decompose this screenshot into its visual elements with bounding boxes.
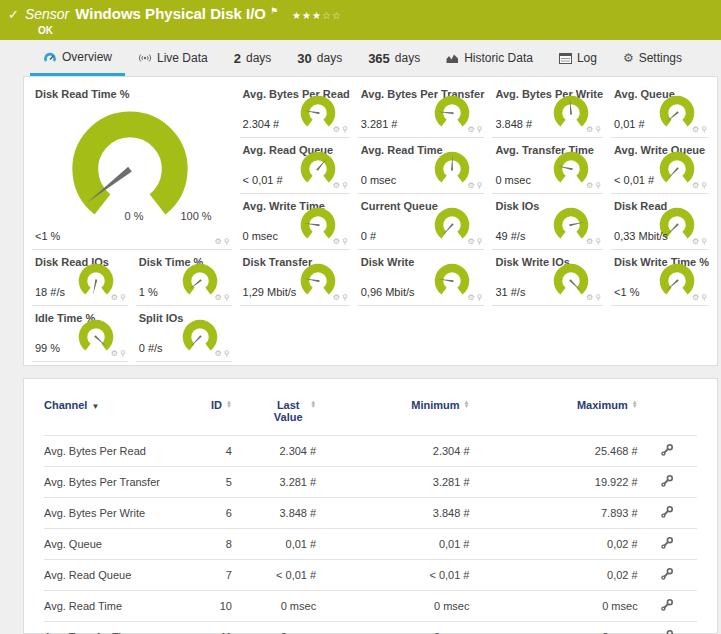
gauge-tile[interactable]: Disk Write IOs 31 #/s ⚙⚲: [492, 250, 603, 306]
tab-2-days[interactable]: 2 days: [221, 40, 285, 76]
tab-historic-data[interactable]: Historic Data: [433, 40, 546, 76]
table-row[interactable]: Avg. Queue 8 0,01 # 0,01 # 0,02 #: [44, 529, 697, 560]
channel-settings-wrench-icon[interactable]: [660, 536, 674, 550]
pin-icon[interactable]: ⚲: [224, 294, 230, 302]
pin-icon[interactable]: ⚲: [224, 350, 230, 358]
gear-icon[interactable]: ⚙: [215, 350, 222, 358]
pin-icon[interactable]: ⚲: [477, 238, 483, 246]
channel-name[interactable]: Avg. Read Time: [44, 591, 192, 622]
pin-icon[interactable]: ⚲: [342, 182, 348, 190]
gauge-tile[interactable]: Avg. Queue 0,01 # ⚙⚲: [611, 82, 709, 138]
pin-icon[interactable]: ⚲: [477, 126, 483, 134]
pin-icon[interactable]: ⚲: [120, 294, 126, 302]
table-row[interactable]: Avg. Read Time 10 0 msec 0 msec 0 msec: [44, 591, 697, 622]
pin-icon[interactable]: ⚲: [342, 294, 348, 302]
gauge-tile[interactable]: Split IOs 0 #/s ⚙⚲: [136, 306, 232, 362]
tab-log[interactable]: Log: [546, 40, 610, 76]
pin-icon[interactable]: ⚲: [595, 238, 601, 246]
channel-settings-wrench-icon[interactable]: [660, 443, 674, 457]
gear-icon[interactable]: ⚙: [333, 126, 340, 134]
pin-icon[interactable]: ⚲: [595, 294, 601, 302]
channel-name[interactable]: Avg. Transfer Time: [44, 622, 192, 634]
tab-365-days[interactable]: 365 days: [355, 40, 433, 76]
gear-icon[interactable]: ⚙: [467, 126, 474, 134]
priority-stars[interactable]: ★★★☆☆: [292, 10, 342, 21]
column-header-channel[interactable]: Channel: [44, 389, 192, 436]
channel-last-value: 3.281 #: [232, 467, 316, 498]
column-header-maximum[interactable]: Maximum: [470, 389, 638, 436]
gear-icon[interactable]: ⚙: [586, 294, 593, 302]
tab-settings[interactable]: ⚙ Settings: [610, 40, 695, 76]
gauge-tile[interactable]: Current Queue 0 # ⚙⚲: [358, 194, 485, 250]
channel-settings-wrench-icon[interactable]: [660, 505, 674, 519]
gear-icon[interactable]: ⚙: [215, 238, 222, 246]
gauge-tile[interactable]: Disk Write Time % <1 % ⚙⚲: [611, 250, 709, 306]
tab-overview[interactable]: Overview: [30, 40, 125, 76]
channel-name[interactable]: Avg. Bytes Per Write: [44, 498, 192, 529]
pin-icon[interactable]: ⚲: [477, 294, 483, 302]
pin-icon[interactable]: ⚲: [342, 238, 348, 246]
gauge-tile[interactable]: Avg. Read Time 0 msec ⚙⚲: [358, 138, 485, 194]
gear-icon[interactable]: ⚙: [333, 294, 340, 302]
table-row[interactable]: Avg. Transfer Time 11 0 msec 0 msec 0 ms…: [44, 622, 697, 634]
gear-icon[interactable]: ⚙: [111, 350, 118, 358]
column-header-id[interactable]: ID: [192, 389, 232, 436]
table-row[interactable]: Avg. Bytes Per Write 6 3.848 # 3.848 # 7…: [44, 498, 697, 529]
gear-icon[interactable]: ⚙: [586, 182, 593, 190]
pin-icon[interactable]: ⚲: [701, 126, 707, 134]
gear-icon[interactable]: ⚙: [215, 294, 222, 302]
gear-icon[interactable]: ⚙: [692, 182, 699, 190]
gauge-tile[interactable]: Disk Read IOs 18 #/s ⚙⚲: [32, 250, 128, 306]
pin-icon[interactable]: ⚲: [477, 182, 483, 190]
channel-name[interactable]: Avg. Queue: [44, 529, 192, 560]
pin-icon[interactable]: ⚲: [595, 126, 601, 134]
tab-30-days[interactable]: 30 days: [284, 40, 355, 76]
gauge-tile[interactable]: Avg. Bytes Per Write 3.848 # ⚙⚲: [492, 82, 603, 138]
channel-settings-wrench-icon[interactable]: [660, 474, 674, 488]
pin-icon[interactable]: ⚲: [701, 182, 707, 190]
gear-icon[interactable]: ⚙: [586, 126, 593, 134]
gauge-tile[interactable]: Disk Read 0,33 Mbit/s ⚙⚲: [611, 194, 709, 250]
gauge-tile[interactable]: Avg. Transfer Time 0 msec ⚙⚲: [492, 138, 603, 194]
gauge-tile[interactable]: Disk IOs 49 #/s ⚙⚲: [492, 194, 603, 250]
gear-icon[interactable]: ⚙: [467, 182, 474, 190]
channel-name[interactable]: Avg. Bytes Per Read: [44, 436, 192, 467]
pin-icon[interactable]: ⚲: [701, 238, 707, 246]
gear-icon[interactable]: ⚙: [467, 238, 474, 246]
gauge-tile[interactable]: Avg. Write Time 0 msec ⚙⚲: [240, 194, 350, 250]
gear-icon[interactable]: ⚙: [333, 182, 340, 190]
gauge-tile[interactable]: Avg. Write Queue < 0,01 # ⚙⚲: [611, 138, 709, 194]
primary-gauge-tile[interactable]: Disk Read Time % 0 % 100 % <1 % ⚙⚲: [32, 82, 232, 250]
channel-settings-wrench-icon[interactable]: [660, 629, 674, 634]
channel-name[interactable]: Avg. Read Queue: [44, 560, 192, 591]
gauge-tile[interactable]: Disk Transfer 1,29 Mbit/s ⚙⚲: [240, 250, 350, 306]
gauge-tile[interactable]: Disk Time % 1 % ⚙⚲: [136, 250, 232, 306]
gauge-tile[interactable]: Avg. Read Queue < 0,01 # ⚙⚲: [240, 138, 350, 194]
column-header-minimum[interactable]: Minimum: [316, 389, 469, 436]
pin-icon[interactable]: ⚲: [342, 126, 348, 134]
flag-icon[interactable]: ⚑: [270, 6, 278, 16]
pin-icon[interactable]: ⚲: [224, 238, 230, 246]
gear-icon[interactable]: ⚙: [692, 238, 699, 246]
channel-settings-wrench-icon[interactable]: [660, 598, 674, 612]
gear-icon[interactable]: ⚙: [333, 238, 340, 246]
gear-icon[interactable]: ⚙: [692, 294, 699, 302]
gear-icon[interactable]: ⚙: [586, 238, 593, 246]
pin-icon[interactable]: ⚲: [701, 294, 707, 302]
gauge-tile[interactable]: Idle Time % 99 % ⚙⚲: [32, 306, 128, 362]
gear-icon[interactable]: ⚙: [692, 126, 699, 134]
channel-settings-wrench-icon[interactable]: [660, 567, 674, 581]
pin-icon[interactable]: ⚲: [595, 182, 601, 190]
gear-icon[interactable]: ⚙: [111, 294, 118, 302]
pin-icon[interactable]: ⚲: [120, 350, 126, 358]
table-row[interactable]: Avg. Read Queue 7 < 0,01 # < 0,01 # 0,02…: [44, 560, 697, 591]
gauge-tile[interactable]: Disk Write 0,96 Mbit/s ⚙⚲: [358, 250, 485, 306]
tab-live-data[interactable]: Live Data: [125, 40, 221, 76]
table-row[interactable]: Avg. Bytes Per Transfer 5 3.281 # 3.281 …: [44, 467, 697, 498]
gear-icon[interactable]: ⚙: [467, 294, 474, 302]
table-row[interactable]: Avg. Bytes Per Read 4 2.304 # 2.304 # 25…: [44, 436, 697, 467]
channel-name[interactable]: Avg. Bytes Per Transfer: [44, 467, 192, 498]
column-header-last-value[interactable]: Last Value: [232, 389, 316, 436]
gauge-tile[interactable]: Avg. Bytes Per Read 2.304 # ⚙⚲: [240, 82, 350, 138]
gauge-tile[interactable]: Avg. Bytes Per Transfer 3.281 # ⚙⚲: [358, 82, 485, 138]
